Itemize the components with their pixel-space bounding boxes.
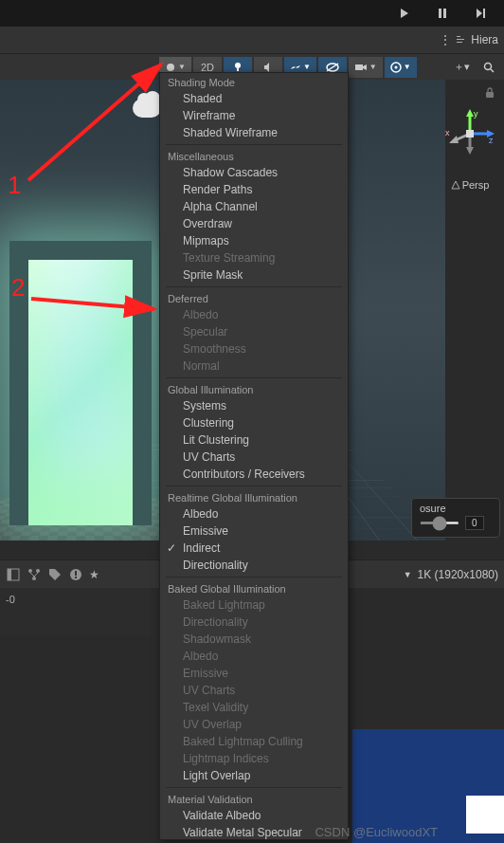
menu-item-label: Albedo (183, 507, 218, 521)
menu-item-shadow-cascades[interactable]: Shadow Cascades (160, 164, 348, 181)
menu-item-label: Validate Metal Specular (183, 826, 302, 839)
console-line: -0 (6, 594, 146, 605)
svg-text:y: y (474, 109, 478, 119)
menu-item-directionality: Directionality (160, 614, 348, 631)
menu-item-label: Texture Streaming (183, 251, 275, 265)
context-menu-icon[interactable]: ⋮ (0, 33, 451, 46)
menu-item-label: Baked Lightmap (183, 598, 265, 612)
menu-item-specular: Specular (160, 323, 348, 340)
menu-item-clustering[interactable]: Clustering (160, 414, 348, 431)
menu-item-systems[interactable]: Systems (160, 397, 348, 414)
annotation-1: 1 (8, 171, 21, 200)
hierarchy-tab[interactable]: Hiera (457, 33, 498, 46)
menu-item-label: Shadowmask (183, 632, 251, 646)
tag-icon[interactable] (47, 567, 63, 582)
svg-rect-30 (8, 569, 11, 580)
menu-item-indirect[interactable]: ✓Indirect (160, 540, 348, 557)
svg-rect-0 (439, 9, 441, 18)
menu-item-smoothness: Smoothness (160, 340, 348, 357)
menu-item-texture-streaming: Texture Streaming (160, 249, 348, 266)
menu-item-validate-albedo[interactable]: Validate Albedo (160, 807, 348, 824)
panel-icon-1[interactable] (6, 567, 21, 582)
gizmo-dropdown-button[interactable]: ▼ (385, 57, 417, 78)
menu-item-label: Contributors / Receivers (183, 467, 305, 481)
svg-marker-24 (449, 136, 459, 143)
menu-item-uv-charts: UV Charts (160, 682, 348, 699)
menu-item-wireframe[interactable]: Wireframe (160, 107, 348, 124)
menu-item-sprite-mask[interactable]: Sprite Mask (160, 266, 348, 284)
axis-gizmo[interactable]: y z x (443, 107, 496, 160)
exposure-overlay[interactable]: osure 0 (411, 498, 500, 538)
menu-item-emissive[interactable]: Emissive (160, 522, 348, 540)
menu-item-lit-clustering[interactable]: Lit Clustering (160, 431, 348, 449)
menu-item-label: Lit Clustering (183, 433, 249, 447)
menu-item-label: Alpha Channel (183, 200, 258, 213)
svg-rect-1 (443, 9, 446, 18)
menu-item-label: Albedo (183, 308, 218, 321)
add-button[interactable]: ＋▾ (448, 57, 476, 78)
menu-item-label: Texel Validity (183, 701, 248, 714)
menu-item-label: UV Overlap (183, 718, 242, 731)
menu-item-label: Emissive (183, 524, 228, 538)
error-icon[interactable] (68, 567, 83, 582)
menu-item-texel-validity: Texel Validity (160, 699, 348, 716)
menu-section-title: Miscellaneous (160, 147, 348, 164)
pause-button[interactable] (428, 3, 457, 24)
lock-icon[interactable] (485, 87, 495, 101)
play-button[interactable] (390, 3, 419, 24)
step-button[interactable] (466, 3, 495, 24)
exposure-slider[interactable] (420, 522, 459, 524)
menu-item-label: Shadow Cascades (183, 166, 278, 179)
resolution-dropdown[interactable]: 1K (1920x1080) (418, 568, 498, 581)
menu-item-label: Sprite Mask (183, 268, 243, 282)
camera-dropdown-button[interactable]: ▼ (349, 57, 383, 78)
menu-item-label: Albedo (183, 650, 218, 663)
menu-item-light-overlap[interactable]: Light Overlap (160, 767, 348, 784)
svg-text:x: x (445, 128, 450, 137)
svg-rect-36 (75, 577, 77, 578)
cloud-icon (133, 99, 161, 118)
menu-item-overdraw[interactable]: Overdraw (160, 215, 348, 232)
menu-item-label: Wireframe (183, 109, 235, 122)
svg-rect-28 (466, 130, 474, 137)
menu-item-render-paths[interactable]: Render Paths (160, 181, 348, 198)
menu-item-label: Render Paths (183, 183, 252, 196)
menu-item-shaded-wireframe[interactable]: Shaded Wireframe (160, 124, 348, 141)
svg-point-31 (28, 569, 32, 573)
menu-item-label: Directionality (183, 559, 248, 572)
svg-point-14 (485, 63, 492, 69)
search-button[interactable] (477, 57, 500, 78)
watermark: CSDN @EucliwoodXT (315, 825, 438, 839)
playback-bar (0, 0, 504, 27)
hierarchy-icon[interactable] (27, 567, 42, 582)
menu-item-shadowmask: Shadowmask (160, 631, 348, 648)
menu-item-shaded[interactable]: Shaded (160, 90, 348, 107)
white-shape (466, 796, 504, 834)
menu-item-albedo[interactable]: Albedo (160, 505, 348, 522)
menu-item-label: Light Overlap (183, 769, 250, 782)
menu-item-label: Baked Lightmap Culling (183, 735, 303, 748)
menu-item-label: Mipmaps (183, 234, 229, 247)
svg-rect-35 (75, 571, 77, 576)
menu-item-contributors-receivers[interactable]: Contributors / Receivers (160, 466, 348, 483)
svg-text:z: z (489, 136, 494, 145)
menu-item-baked-lightmap-culling: Baked Lightmap Culling (160, 733, 348, 750)
menu-item-lightmap-indices: Lightmap Indices (160, 750, 348, 767)
menu-section-title: Material Validation (160, 790, 348, 807)
svg-rect-3 (457, 36, 460, 37)
menu-item-label: Emissive (183, 667, 228, 680)
menu-section-title: Shading Mode (160, 73, 348, 90)
window-tabs-bar: ⋮ Hiera (0, 27, 504, 53)
menu-item-label: Validate Albedo (183, 809, 261, 822)
check-icon: ✓ (167, 541, 176, 555)
projection-label[interactable]: Persp (451, 179, 490, 191)
svg-rect-4 (457, 39, 464, 40)
menu-item-uv-charts[interactable]: UV Charts (160, 449, 348, 466)
menu-item-mipmaps[interactable]: Mipmaps (160, 232, 348, 249)
annotation-2: 2 (11, 273, 25, 302)
svg-point-7 (235, 63, 241, 68)
console-area: -0 (0, 588, 152, 635)
star-icon[interactable] (89, 568, 99, 581)
menu-item-alpha-channel[interactable]: Alpha Channel (160, 198, 348, 215)
menu-item-directionality[interactable]: Directionality (160, 557, 348, 574)
